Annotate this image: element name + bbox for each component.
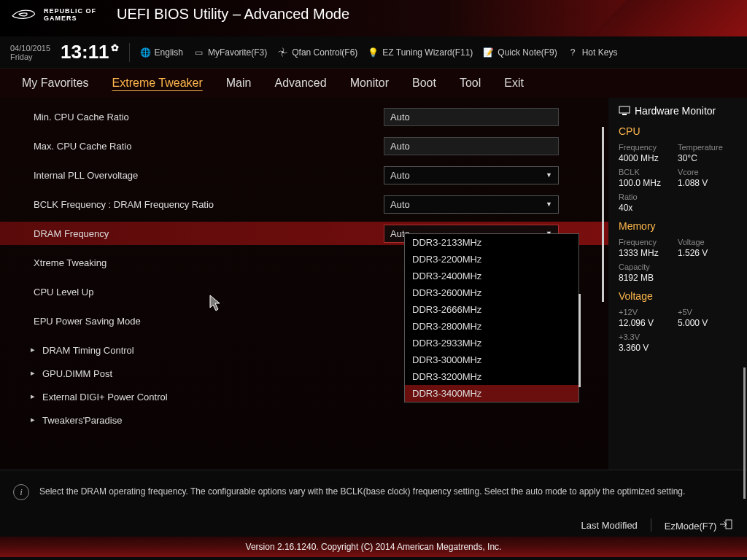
dd-option[interactable]: DDR3-2800MHz: [405, 318, 578, 335]
dropdown-scrollbar[interactable]: [578, 294, 581, 387]
cpu-ratio: 40x: [619, 203, 737, 213]
setting-max-cpu-cache-ratio[interactable]: Max. CPU Cache Ratio: [0, 134, 608, 158]
info-icon: i: [13, 484, 29, 500]
volt-12v: 12.096 V: [619, 318, 678, 328]
app-title: UEFI BIOS Utility – Advanced Mode: [117, 6, 349, 23]
last-modified-button[interactable]: Last Modified: [581, 520, 638, 531]
dd-option[interactable]: DDR3-2933MHz: [405, 335, 578, 351]
min-cpu-cache-input[interactable]: [384, 108, 559, 126]
cpu-section-title: CPU: [619, 125, 737, 137]
dd-option[interactable]: DDR3-3400MHz: [405, 385, 578, 402]
clock-settings-icon[interactable]: ✿: [111, 42, 119, 53]
time-display: 13:11✿: [61, 41, 119, 63]
hw-monitor-title: Hardware Monitor: [619, 105, 737, 117]
ezmode-button[interactable]: EzMode(F7): [665, 519, 732, 532]
volt-3v3: 3.360 V: [619, 343, 737, 353]
submenu-tweakers-paradise[interactable]: Tweakers'Paradise: [0, 408, 608, 432]
tab-main[interactable]: Main: [226, 77, 252, 90]
cpu-bclk: 100.0 MHz: [619, 178, 678, 188]
setting-min-cpu-cache-ratio[interactable]: Min. CPU Cache Ratio: [0, 105, 608, 128]
help-text: Select the DRAM operating frequency. The…: [39, 486, 685, 497]
dd-option[interactable]: DDR3-3200MHz: [405, 368, 578, 385]
tab-extreme-tweaker[interactable]: Extreme Tweaker: [112, 77, 203, 90]
tab-monitor[interactable]: Monitor: [350, 77, 389, 90]
top-toolbar: 04/10/2015 Friday 13:11✿ 🌐English ▭MyFav…: [0, 36, 747, 69]
quick-note-button[interactable]: 📝Quick Note(F9): [483, 47, 557, 58]
dd-option[interactable]: DDR3-2133MHz: [405, 234, 578, 251]
dd-option[interactable]: DDR3-2200MHz: [405, 251, 578, 268]
max-cpu-cache-input[interactable]: [384, 137, 559, 155]
window-header: REPUBLIC OF GAMERS UEFI BIOS Utility – A…: [0, 0, 747, 36]
qfan-control-button[interactable]: Qfan Control(F6): [277, 47, 357, 58]
mem-frequency: 1333 MHz: [619, 248, 678, 258]
settings-scrollbar[interactable]: [602, 127, 604, 302]
settings-panel: Min. CPU Cache Ratio Max. CPU Cache Rati…: [0, 98, 608, 470]
tab-exit[interactable]: Exit: [504, 77, 524, 90]
cpu-temperature: 30°C: [678, 153, 737, 163]
tab-boot[interactable]: Boot: [412, 77, 436, 90]
chevron-down-icon: ▼: [546, 171, 552, 179]
note-icon: 📝: [483, 47, 494, 58]
dd-option[interactable]: DDR3-2600MHz: [405, 284, 578, 301]
globe-icon: 🌐: [140, 47, 151, 58]
myfavorite-button[interactable]: ▭MyFavorite(F3): [193, 47, 267, 58]
volt-5v: 5.000 V: [678, 318, 737, 328]
ez-tuning-wizard-button[interactable]: 💡EZ Tuning Wizard(F11): [368, 47, 473, 58]
dd-option[interactable]: DDR3-3000MHz: [405, 351, 578, 368]
pll-select[interactable]: Auto▼: [384, 166, 559, 184]
dd-option[interactable]: DDR3-2666MHz: [405, 301, 578, 318]
hardware-monitor-panel: Hardware Monitor CPU Frequency4000 MHz T…: [608, 98, 747, 470]
dd-option[interactable]: DDR3-2400MHz: [405, 268, 578, 284]
svg-rect-2: [622, 114, 627, 115]
voltage-section-title: Voltage: [619, 290, 737, 302]
brand-text: REPUBLIC OF GAMERS: [44, 7, 96, 22]
tab-tool[interactable]: Tool: [460, 77, 481, 90]
question-icon: ?: [568, 47, 578, 58]
language-selector[interactable]: 🌐English: [140, 47, 183, 58]
setting-bclk-dram-ratio[interactable]: BCLK Frequency : DRAM Frequency RatioAut…: [0, 192, 608, 216]
main-tabs: My Favorites Extreme Tweaker Main Advanc…: [0, 69, 747, 98]
svg-rect-1: [619, 106, 630, 113]
cpu-vcore: 1.088 V: [678, 178, 737, 188]
copyright-bar: Version 2.16.1240. Copyright (C) 2014 Am…: [0, 537, 747, 557]
bclk-ratio-select[interactable]: Auto▼: [384, 195, 559, 214]
tab-advanced[interactable]: Advanced: [274, 77, 326, 90]
mem-capacity: 8192 MB: [619, 273, 737, 283]
footer: Last Modified EzMode(F7) Version 2.16.12…: [0, 513, 747, 557]
star-icon: ▭: [193, 47, 204, 58]
exit-icon: [719, 519, 732, 529]
memory-section-title: Memory: [619, 220, 737, 232]
cpu-frequency: 4000 MHz: [619, 153, 678, 163]
bulb-icon: 💡: [368, 47, 379, 58]
sidebar-scrollbar[interactable]: [743, 368, 746, 499]
hot-keys-button[interactable]: ?Hot Keys: [568, 47, 618, 58]
dram-frequency-dropdown: DDR3-2133MHz DDR3-2200MHz DDR3-2400MHz D…: [404, 233, 579, 402]
date-display: 04/10/2015 Friday: [10, 44, 50, 61]
fan-icon: [277, 47, 288, 58]
mem-voltage: 1.526 V: [678, 248, 737, 258]
rog-logo-icon: [10, 7, 36, 22]
setting-internal-pll[interactable]: Internal PLL OvervoltageAuto▼: [0, 163, 608, 187]
help-bar: i Select the DRAM operating frequency. T…: [0, 470, 747, 513]
monitor-icon: [619, 106, 630, 116]
cursor-icon: [209, 295, 222, 312]
tab-my-favorites[interactable]: My Favorites: [22, 77, 89, 90]
chevron-down-icon: ▼: [546, 201, 552, 208]
